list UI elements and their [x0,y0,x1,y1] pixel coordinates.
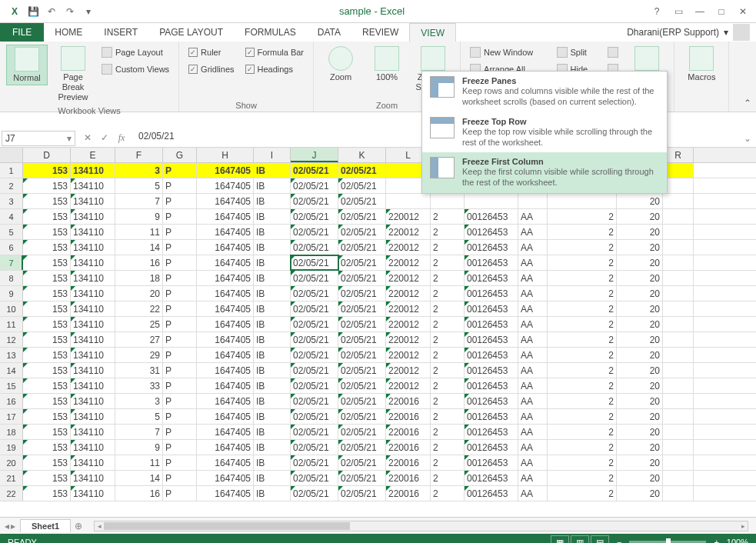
cell[interactable]: 134110 [71,425,115,439]
cell[interactable]: 00126453 [465,255,518,270]
cell[interactable]: P [163,271,197,285]
cell[interactable]: 134110 [71,486,115,501]
row-header[interactable]: 15 [0,378,23,393]
cell[interactable]: P [163,209,197,224]
cell[interactable]: 153 [23,378,71,393]
cell[interactable]: 00126453 [465,209,518,224]
cell[interactable]: 20 [617,317,663,331]
cell[interactable] [663,225,694,239]
cell[interactable]: 134110 [71,301,115,316]
cell[interactable]: 134110 [71,240,115,255]
page-layout-button[interactable]: Page Layout [98,45,172,60]
cell[interactable]: 2 [431,455,465,470]
cell[interactable]: 02/05/21 [338,440,386,455]
cell[interactable]: 220012 [386,225,431,239]
scroll-thumb[interactable] [104,522,350,530]
cell[interactable] [663,271,694,285]
cell[interactable]: 1647405 [197,394,254,408]
cell[interactable]: 2 [548,301,617,316]
cell[interactable]: AA [518,348,548,362]
cell[interactable] [663,301,694,316]
cell[interactable]: 00126453 [465,378,518,393]
cell[interactable]: IB [254,194,291,208]
cell[interactable] [663,348,694,362]
cell[interactable]: 00126453 [465,471,518,485]
cell[interactable]: 153 [23,286,71,301]
cell[interactable]: 153 [23,455,71,470]
cell[interactable]: 02/05/21 [291,301,338,316]
cell[interactable]: 2 [548,378,617,393]
cell[interactable]: IB [254,471,291,485]
cell[interactable]: 153 [23,163,71,178]
ribbon-options-icon[interactable]: ▭ [668,3,688,20]
cell[interactable]: 220012 [386,286,431,301]
cell[interactable]: 153 [23,363,71,378]
cell[interactable] [431,194,465,208]
tab-review[interactable]: REVIEW [351,23,409,42]
cell[interactable]: 02/05/21 [291,332,338,347]
cell[interactable]: 153 [23,240,71,255]
cell[interactable]: 220012 [386,317,431,331]
cell[interactable]: P [163,486,197,501]
freeze-first-column-option[interactable]: Freeze First ColumnKeep the first column… [422,152,667,193]
row-header[interactable]: 12 [0,332,23,347]
cell[interactable]: 2 [431,486,465,501]
cell[interactable]: IB [254,240,291,255]
headings-checkbox[interactable]: ✓Headings [242,62,308,77]
cell[interactable] [663,255,694,270]
cell[interactable]: 02/05/21 [338,394,386,408]
column-header-R[interactable]: R [663,148,694,162]
cell[interactable]: 1647405 [197,378,254,393]
cell[interactable]: IB [254,301,291,316]
cell[interactable]: 02/05/21 [291,440,338,455]
cell[interactable]: 1647405 [197,409,254,424]
cell[interactable]: 25 [115,317,163,331]
cell[interactable] [663,209,694,224]
cell[interactable]: 2 [548,363,617,378]
cell[interactable]: 7 [115,194,163,208]
tab-insert[interactable]: INSERT [93,23,148,42]
cell[interactable]: IB [254,286,291,301]
column-header-H[interactable]: H [197,148,254,162]
zoom-100-button[interactable]: 100% [366,45,408,84]
cell[interactable]: 2 [431,471,465,485]
cell[interactable] [663,286,694,301]
cell[interactable]: 134110 [71,255,115,270]
normal-button[interactable]: Normal [6,45,48,85]
cell[interactable]: 2 [431,225,465,239]
cell[interactable]: 134110 [71,225,115,239]
macros-button[interactable]: Macros [681,45,722,84]
cell[interactable]: 20 [617,363,663,378]
cell[interactable]: 1647405 [197,209,254,224]
cell[interactable]: 02/05/21 [338,163,386,178]
cell[interactable]: 02/05/21 [291,455,338,470]
cell[interactable]: 2 [548,425,617,439]
user-name[interactable]: Dharani(ERP Support) [627,27,719,38]
cell[interactable]: 20 [617,471,663,485]
cell[interactable]: IB [254,486,291,501]
cell[interactable]: 220012 [386,209,431,224]
cell[interactable] [518,194,548,208]
cell[interactable]: 134110 [71,209,115,224]
cell[interactable] [465,194,518,208]
cell[interactable]: 20 [617,225,663,239]
cell[interactable]: P [163,240,197,255]
tab-formulas[interactable]: FORMULAS [234,23,307,42]
cell[interactable]: IB [254,363,291,378]
zoom-out-icon[interactable]: − [617,538,621,543]
cell[interactable]: 02/05/21 [338,301,386,316]
cell[interactable]: 02/05/21 [338,486,386,501]
cell[interactable]: 02/05/21 [291,178,338,193]
cell[interactable]: 153 [23,209,71,224]
cell[interactable]: 00126453 [465,225,518,239]
horizontal-scrollbar[interactable]: ◂ ▸ [94,521,748,531]
cell[interactable]: 02/05/21 [338,332,386,347]
column-header-K[interactable]: K [338,148,386,162]
column-header-J[interactable]: J [291,148,338,162]
cell[interactable]: AA [518,440,548,455]
cell[interactable]: 5 [115,409,163,424]
cell[interactable]: 02/05/21 [338,255,386,270]
help-icon[interactable]: ? [647,3,667,20]
cell[interactable]: AA [518,225,548,239]
cell[interactable]: IB [254,455,291,470]
